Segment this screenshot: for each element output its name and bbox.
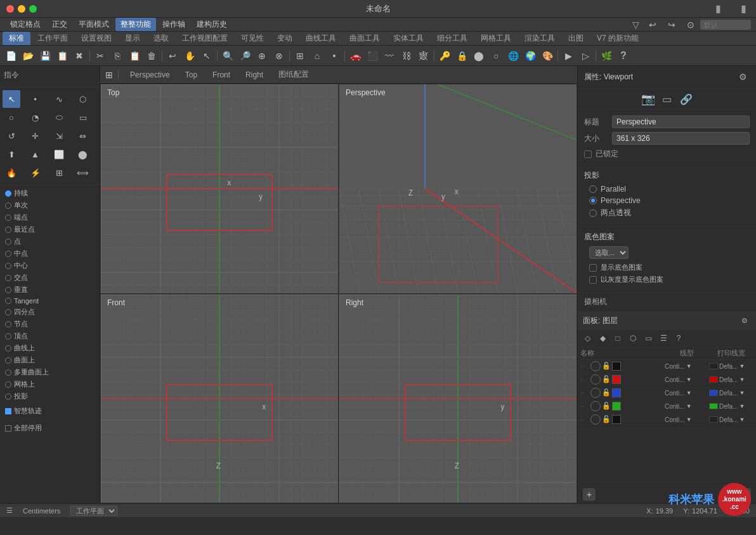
snap-vertex[interactable]: 顶点	[5, 330, 94, 342]
layers-gear-icon[interactable]: ⚙	[738, 314, 751, 327]
snap-tangent[interactable]: Tangent	[5, 296, 94, 306]
scale-tool[interactable]: ⇲	[50, 127, 68, 145]
layer-eye-3[interactable]	[590, 401, 601, 411]
bg-select[interactable]: 选取...	[589, 246, 629, 259]
sphere-tool[interactable]: ⬤	[74, 145, 92, 163]
layer-lock-3[interactable]: 🔓	[602, 402, 611, 411]
loft-tool[interactable]: ▲	[27, 145, 44, 163]
chain-btn[interactable]: ⛓	[398, 48, 415, 64]
radio-vertex[interactable]	[5, 333, 11, 340]
layer-color-0[interactable]	[612, 362, 621, 371]
zoom2-btn[interactable]: 🔎	[237, 48, 253, 64]
snap-oncurve[interactable]: 曲线上	[5, 342, 94, 354]
layer-pw-arrow-3[interactable]: ▼	[739, 403, 745, 409]
radio-project[interactable]	[5, 393, 11, 400]
tab-v7new[interactable]: V7 的新功能	[590, 32, 645, 45]
rect-panel-icon[interactable]: ▭	[660, 92, 674, 106]
layer-menu-btn[interactable]: ☰	[656, 331, 670, 345]
rect-tool[interactable]: ▭	[74, 109, 92, 126]
tab-rendertools[interactable]: 渲染工具	[518, 32, 561, 45]
status-menu[interactable]: ☰	[6, 506, 13, 515]
radio-once[interactable]	[5, 202, 11, 209]
bg-check-show[interactable]: 显示底色图案	[584, 263, 750, 272]
rotate-tool[interactable]: ↺	[3, 127, 20, 145]
car-btn[interactable]: 🚗	[347, 48, 363, 64]
search-input[interactable]	[700, 20, 751, 30]
maximize-button[interactable]	[29, 5, 37, 13]
layer-color-3[interactable]	[612, 402, 621, 411]
menu-ortho[interactable]: 正交	[47, 18, 72, 31]
box-tool[interactable]: ⬜	[50, 145, 68, 163]
vp-tab-layout[interactable]: 图纸配置	[272, 68, 315, 81]
fire-tool[interactable]: 🔥	[3, 164, 20, 182]
snap-disable-all[interactable]: 全部停用	[5, 422, 94, 434]
layer-lt-arrow-2[interactable]: ▼	[686, 390, 692, 396]
layer-delete-btn[interactable]: ◆	[596, 331, 609, 345]
radio-point[interactable]	[5, 239, 11, 245]
vp-grid-icon[interactable]: ⊞	[105, 70, 113, 80]
menu-axis[interactable]: 操作轴	[157, 18, 190, 31]
radio-end[interactable]	[5, 215, 11, 221]
layer-rect-btn[interactable]: ▭	[641, 331, 655, 345]
layer-lc-2[interactable]	[709, 390, 718, 396]
dim-tool[interactable]: ⟺	[74, 164, 92, 182]
radio-perspective[interactable]	[589, 197, 597, 204]
proj-2pt[interactable]: 两点透视	[584, 208, 750, 218]
snap-point[interactable]: 点	[5, 235, 94, 248]
move-tool[interactable]: ✛	[27, 127, 44, 145]
radio-tangent[interactable]	[5, 298, 11, 304]
menu-gumball[interactable]: 整整功能	[115, 18, 156, 31]
viewport-perspective[interactable]: Perspective	[339, 84, 577, 294]
snap-onsurface[interactable]: 曲面上	[5, 354, 94, 366]
cut-btn[interactable]: ✂	[92, 48, 108, 64]
zoom3-btn[interactable]: ⊕	[254, 48, 270, 64]
extrude-tool[interactable]: ⬆	[3, 145, 20, 163]
layer-lc-1[interactable]	[709, 376, 718, 383]
delete-btn[interactable]: 🗑	[143, 48, 160, 64]
bg-show-checkbox[interactable]	[589, 264, 597, 272]
undo-btn[interactable]: ↩	[644, 17, 661, 33]
layer-color-4[interactable]	[612, 415, 621, 424]
pointer-btn[interactable]: ↖	[199, 48, 215, 64]
layer-row-0[interactable]: ··· 🔓 Conti... ▼ Defa... ▼	[578, 360, 756, 373]
layer-lt-arrow-4[interactable]: ▼	[686, 416, 692, 423]
sidebar-right-icon[interactable]: ▮	[731, 0, 756, 18]
curve-tool[interactable]: ∿	[50, 90, 68, 108]
radio-parallel[interactable]	[589, 185, 597, 193]
layer-add-btn[interactable]: ◇	[580, 331, 594, 345]
radio-perp[interactable]	[5, 287, 11, 293]
snap-btn[interactable]: ⌂	[309, 48, 325, 64]
help-btn[interactable]: ?	[615, 48, 632, 64]
plant-btn[interactable]: 🌿	[598, 48, 615, 64]
check-smarttrack[interactable]	[5, 408, 11, 414]
radio-2pt[interactable]	[589, 209, 597, 217]
proj-parallel[interactable]: Parallel	[584, 185, 750, 194]
menu-history[interactable]: 建构历史	[192, 18, 232, 31]
snap-perp[interactable]: 垂直	[5, 284, 94, 296]
check-disable-all[interactable]	[5, 425, 11, 432]
vp-tab-front[interactable]: Front	[206, 69, 237, 81]
layer-remove-icon-btn[interactable]: −	[738, 488, 751, 501]
radio-quadrant[interactable]	[5, 309, 11, 315]
tab-viewconfig[interactable]: 工作视图配置	[176, 32, 234, 45]
grid-btn[interactable]: ⊞	[292, 48, 308, 64]
arc-tool[interactable]: ◔	[27, 109, 44, 126]
layer-eye-4[interactable]	[590, 414, 601, 425]
menu-lock-grid[interactable]: 锁定格点	[5, 18, 46, 31]
status-plane-select[interactable]: 工作平面	[70, 506, 117, 516]
viewport-right[interactable]: Right Z	[339, 294, 577, 504]
radio-oncurve[interactable]	[5, 345, 11, 352]
layer-row-1[interactable]: ··· 🔓 Conti... ▼ Defa... ▼	[578, 373, 756, 386]
radio-onsurface[interactable]	[5, 357, 11, 364]
tab-meshtools[interactable]: 网格工具	[474, 32, 518, 45]
layer-pw-arrow-1[interactable]: ▼	[739, 376, 745, 383]
radio-center[interactable]	[5, 263, 11, 269]
layer-lt-arrow-0[interactable]: ▼	[686, 363, 692, 369]
extra-btn[interactable]: ⊙	[682, 17, 699, 33]
snap-knot[interactable]: 节点	[5, 318, 94, 330]
snap-project[interactable]: 投影	[5, 390, 94, 402]
select-tool[interactable]: ↖	[3, 90, 20, 108]
ellipse-tool[interactable]: ⬭	[50, 109, 68, 126]
snap-near[interactable]: 最近点	[5, 223, 94, 235]
point-tool[interactable]: •	[27, 90, 44, 108]
